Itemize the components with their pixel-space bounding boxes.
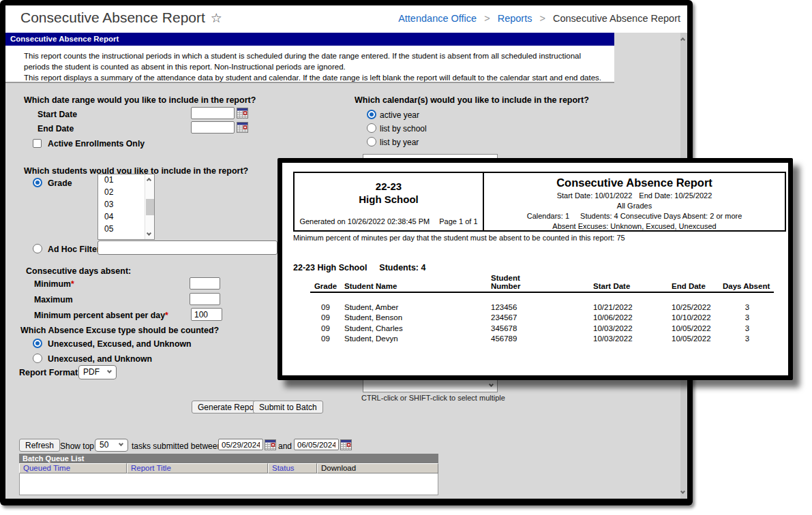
calendar-question: Which calendar(s) would you like to incl…	[355, 95, 589, 105]
cell-grade: 09	[310, 303, 341, 311]
report-page-text: Page 1 of 1	[439, 217, 477, 225]
grade-list[interactable]: 01 02 03 04 05	[97, 174, 155, 240]
report-school-year: 22-23	[295, 180, 483, 193]
start-date-input[interactable]	[191, 107, 235, 119]
show-top-select[interactable]: 50	[95, 439, 128, 452]
maximum-input[interactable]	[190, 293, 220, 305]
cell-end: 10/25/2022	[668, 303, 721, 311]
tool-header-bar: Consecutive Absence Report	[5, 33, 614, 46]
maximum-label: Maximum	[34, 295, 73, 305]
cell-grade: 09	[310, 334, 341, 343]
min-percent-label-text: Minimum percent absent per day	[34, 311, 165, 320]
report-students-text: Students: 4 Consecutive Days Absent: 2 o…	[580, 212, 742, 220]
report-date-line: Start Date: 10/01/2022End Date: 10/25/20…	[484, 191, 785, 200]
grade-radio[interactable]	[33, 178, 42, 187]
queue-to-calendar-icon[interactable]	[340, 439, 352, 450]
table-row: 09 Student, Charles 345678 10/03/2022 10…	[310, 323, 774, 334]
cell-name: Student, Amber	[341, 303, 487, 311]
header-grade: Grade	[310, 282, 341, 290]
consecutive-days-label: Consecutive days absent:	[26, 266, 131, 276]
cell-end: 10/05/2022	[668, 334, 721, 343]
breadcrumb-attendance-office[interactable]: Attendance Office	[398, 13, 477, 24]
minimum-label-text: Minimum	[34, 279, 71, 289]
table-row: 09 Student, Devyn 456789 10/03/2022 10/0…	[310, 334, 774, 345]
report-format-select[interactable]: PDF	[78, 365, 117, 379]
cell-start: 10/06/2022	[590, 313, 668, 322]
report-title-cell: Consecutive Absence Report Start Date: 1…	[484, 173, 785, 230]
list-by-year-radio[interactable]	[367, 137, 376, 146]
report-section-school: 22-23 High School	[293, 263, 367, 272]
breadcrumb-separator: >	[540, 13, 545, 24]
excuse-all-radio[interactable]	[33, 339, 42, 348]
report-format-value: PDF	[83, 367, 100, 377]
required-marker: *	[71, 279, 74, 289]
scroll-up-icon[interactable]	[680, 37, 685, 42]
scroll-up-icon[interactable]	[147, 178, 151, 183]
chevron-down-icon	[107, 368, 112, 373]
list-by-school-radio[interactable]	[367, 123, 376, 133]
cell-grade: 09	[310, 313, 341, 322]
cell-end: 10/10/2022	[668, 313, 721, 322]
end-date-input[interactable]	[191, 121, 235, 134]
date-range-question: Which date range would you like to inclu…	[24, 95, 256, 105]
page-header: Consecutive Absence Report☆ Attendance O…	[5, 5, 687, 33]
cell-number: 456789	[487, 334, 590, 343]
report-end-date: End Date: 10/25/2022	[639, 191, 712, 200]
scrollbar-thumb[interactable]	[146, 199, 154, 215]
queue-from-calendar-icon[interactable]	[265, 439, 276, 450]
report-start-date: Start Date: 10/01/2022	[557, 191, 633, 200]
header-student-number-line2: Number	[491, 282, 590, 290]
excuse-unexcused-radio[interactable]	[33, 354, 42, 363]
batch-queue-body	[19, 473, 438, 495]
breadcrumb-separator: >	[484, 13, 490, 24]
adhoc-filter-radio[interactable]	[33, 244, 42, 253]
active-enrollments-label: Active Enrollments Only	[48, 139, 145, 149]
description-paragraph-2: This report displays a summary of the at…	[24, 72, 607, 83]
table-row: 09 Student, Benson 234567 10/06/2022 10/…	[310, 313, 774, 324]
favorite-star-icon[interactable]: ☆	[211, 11, 222, 25]
grade-label: Grade	[48, 178, 72, 188]
column-queued-time[interactable]: Queued Time	[19, 463, 127, 473]
adhoc-filter-select[interactable]	[97, 240, 277, 255]
start-date-label: Start Date	[37, 110, 77, 119]
report-summary-line: Calendars: 1Students: 4 Consecutive Days…	[484, 212, 785, 220]
report-calendars-text: Calendars: 1	[527, 212, 569, 220]
cell-start: 10/03/2022	[590, 334, 668, 343]
scroll-down-icon[interactable]	[680, 489, 685, 494]
tool-description: This report counts the instructional per…	[5, 46, 614, 83]
minimum-input[interactable]	[190, 277, 220, 290]
cell-number: 234567	[487, 313, 590, 322]
end-date-calendar-icon[interactable]	[237, 122, 248, 133]
header-end-date: End Date	[668, 282, 721, 290]
report-excuses-line: Absent Excuses: Unknown, Excused, Unexcu…	[484, 222, 785, 230]
header-student-number-line1: Student	[491, 274, 590, 282]
active-year-radio[interactable]	[367, 110, 376, 119]
grade-list-scrollbar[interactable]	[145, 174, 154, 239]
description-paragraph-1: This report counts the instructional per…	[24, 50, 607, 72]
active-enrollments-checkbox[interactable]	[33, 139, 42, 148]
cell-end: 10/05/2022	[668, 324, 721, 332]
queue-from-date-input[interactable]	[218, 439, 263, 450]
header-student-number: StudentNumber	[487, 274, 590, 290]
scroll-down-icon[interactable]	[147, 231, 151, 236]
header-student-name: Student Name	[341, 282, 487, 290]
chevron-down-icon	[489, 382, 494, 387]
and-label: and	[278, 441, 292, 451]
minimum-label: Minimum*	[34, 279, 74, 289]
column-status[interactable]: Status	[268, 463, 317, 473]
page-title-text: Consecutive Absence Report	[20, 10, 205, 25]
refresh-button[interactable]: Refresh	[19, 439, 60, 452]
start-date-calendar-icon[interactable]	[237, 108, 248, 119]
breadcrumb-reports[interactable]: Reports	[498, 13, 532, 24]
cell-name: Student, Charles	[341, 324, 487, 332]
report-preview: 22-23 High School Generated on 10/26/202…	[277, 158, 793, 380]
report-table-rows: 09 Student, Amber 123456 10/21/2022 10/2…	[310, 293, 774, 344]
queue-to-date-input[interactable]	[294, 439, 339, 450]
column-download: Download	[317, 463, 438, 473]
list-by-school-label: list by school	[380, 124, 427, 134]
column-report-title[interactable]: Report Title	[127, 463, 268, 473]
submit-to-batch-button[interactable]: Submit to Batch	[253, 401, 323, 413]
min-percent-input[interactable]	[191, 308, 222, 321]
cell-days: 3	[721, 334, 774, 343]
report-school-name: High School	[295, 193, 483, 206]
